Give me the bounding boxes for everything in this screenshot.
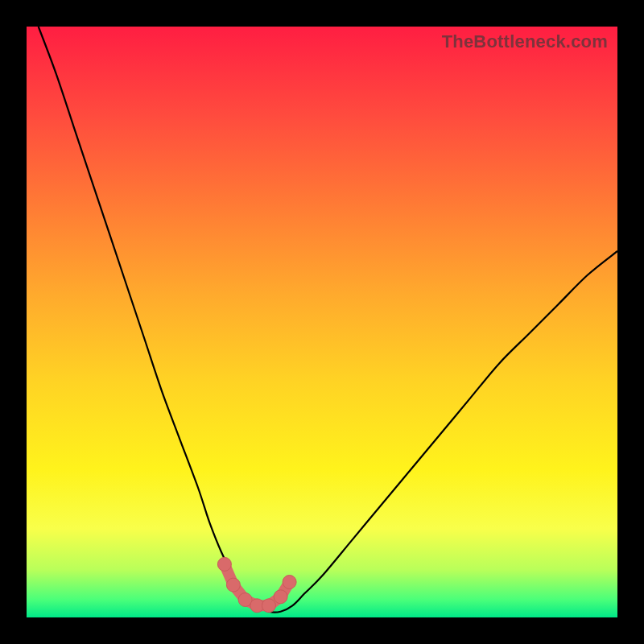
chart-frame: TheBottleneck.com [0,0,644,644]
trough-marker-dot [283,576,296,589]
trough-marker-dots [217,557,296,612]
chart-overlay [27,27,617,617]
trough-marker-dot [226,578,240,592]
trough-marker-dot [274,590,287,604]
trough-marker-dot [217,557,231,571]
chart-plot-area: TheBottleneck.com [27,27,617,617]
bottleneck-curve [39,27,617,613]
trough-marker-dot [262,599,275,613]
